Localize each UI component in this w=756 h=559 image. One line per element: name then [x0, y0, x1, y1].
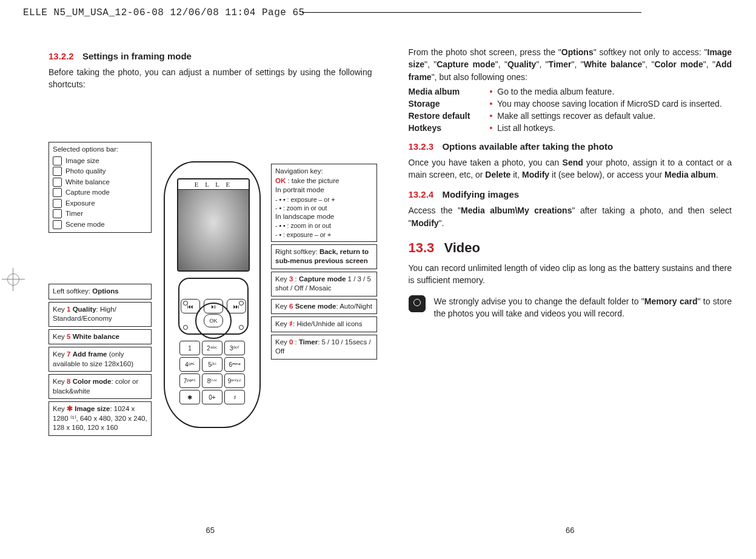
definition-list: Media album• Go to the media album featu… [409, 87, 732, 133]
callout-right-softkey: Right softkey: Back, return to sub-menus… [271, 244, 377, 269]
definition-term: Storage [409, 99, 481, 109]
option-icon [53, 167, 62, 176]
phone-preview-image [178, 190, 249, 270]
keypad-key: ✱ [179, 390, 200, 404]
phone-brand: E L L E [178, 179, 249, 190]
callouts-left-keys: Left softkey: Options Key 1 Quality: Hig… [49, 284, 152, 438]
nav-header: Navigation key: [275, 167, 373, 176]
options-bar-item: Exposure [53, 198, 147, 209]
callout-key-3: Key 3 : Capture mode 1 / 3 / 5 shot / Of… [271, 272, 377, 296]
section-number: 13.2.4 [409, 189, 434, 199]
callout-nav-key: Navigation key: OK : take the picture In… [271, 164, 377, 242]
spread: 13.2.2 Settings in framing mode Before t… [49, 42, 732, 535]
keypad-key: 3ᵈᵉᶠ [224, 341, 245, 355]
key-rest: : Auto/Night [336, 303, 372, 310]
label: Right softkey: [275, 248, 319, 255]
softkey-dot-icon [239, 301, 244, 306]
callouts-right: Navigation key: OK : take the picture In… [271, 164, 377, 362]
section-number: 13.2.2 [49, 51, 74, 61]
keypad-key: 0+ [202, 390, 222, 404]
keypad-key: 4ᵍʰⁱ [179, 357, 200, 372]
callout-key-star: Key ✱ Image size: 1024 x 1280 ⁽¹⁾, 640 x… [49, 401, 152, 436]
key-bold: Add frame [73, 350, 107, 358]
para-after-photo: Once you have taken a photo, you can Sen… [409, 156, 732, 181]
option-icon [53, 199, 62, 208]
print-header-rule [302, 12, 641, 13]
callout-key-8: Key 8 Color mode: color or black&white [49, 374, 152, 399]
phone-screen: E L L E [177, 178, 250, 272]
value: Options [92, 287, 118, 295]
callout-left-softkey: Left softkey: Options [49, 284, 152, 300]
callout-key-6: Key 6 Scene mode: Auto/Night [271, 299, 377, 315]
nav-landscape-1: - • • : zoom in or out [275, 221, 373, 230]
key-glyph: 8 [67, 378, 70, 385]
definition-row: Storage• You may choose saving location … [409, 99, 732, 109]
options-bar-list: Image sizePhoto qualityWhite balanceCapt… [53, 156, 147, 230]
bullet-icon: • [490, 111, 493, 121]
key-glyph: 7 [67, 350, 70, 358]
option-icon [53, 209, 62, 218]
keypad-key: 2ᵃᵇᶜ [202, 341, 222, 355]
bullet-icon: • [490, 123, 493, 133]
phone-illustration: E L L E ⏮ ⏯ ⏭ OK 12ᵃᵇᶜ3ᵈᵉᶠ4ᵍʰⁱ5ʲᵏˡ6ᵐⁿᵒ7ᵖ… [164, 161, 261, 428]
heading-13-2-4: 13.2.4 Modifying images [409, 189, 732, 199]
definition-desc: • Make all settings recover as default v… [490, 111, 732, 121]
key-glyph: ✱ [67, 405, 73, 412]
bullet-icon: • [490, 87, 493, 96]
callout-key-5: Key 5 White balance [49, 329, 152, 345]
option-icon [53, 178, 62, 187]
softkey-dot-icon [239, 325, 244, 330]
key-glyph: 5 [67, 333, 70, 340]
bullet-icon: • [490, 99, 493, 109]
label: Left softkey: [53, 287, 92, 295]
definition-row: Hotkeys• List all hotkeys. [409, 123, 732, 133]
option-label: White balance [65, 178, 110, 187]
nav-portrait-hdr: In portrait mode [275, 186, 373, 195]
nav-portrait-1: - • • : exposure – or + [275, 195, 373, 204]
keypad-key: ♯ [224, 390, 245, 404]
section-title: Modifying images [442, 189, 519, 199]
options-bar-item: Image size [53, 156, 147, 167]
definition-row: Media album• Go to the media album featu… [409, 87, 732, 96]
nav-landscape-hdr: In landscape mode [275, 212, 373, 222]
heading-13-2-2: 13.2.2 Settings in framing mode [49, 51, 372, 61]
tip-block: We strongly advise you to change the def… [409, 295, 732, 320]
heading-13-3: 13.3 Video [409, 240, 732, 256]
key-glyph: 0 [289, 338, 293, 346]
key-bold: Quality [73, 306, 96, 313]
softkey-dot-icon [183, 325, 188, 330]
key-bold: Image size [75, 405, 110, 412]
key-bold: Timer [299, 338, 318, 346]
options-bar-item: Capture mode [53, 187, 147, 198]
callout-options-bar: Selected options bar: Image sizePhoto qu… [49, 142, 152, 233]
key-bold: Color mode [73, 378, 112, 385]
nav-ring: OK [195, 303, 232, 339]
nav-ok-rest: : take the picture [286, 177, 339, 184]
option-label: Photo quality [65, 167, 106, 176]
print-header-text: ELLE N5_UM_USA_12-06-08 12/06/08 11:04 P… [23, 7, 305, 18]
intro-text: Before taking the photo, you can adjust … [49, 66, 372, 91]
option-label: Image size [65, 156, 99, 166]
key-glyph: 3 [289, 275, 293, 283]
keypad-key: 6ᵐⁿᵒ [224, 357, 245, 372]
key-glyph: 1 [67, 306, 70, 313]
option-label: Capture mode [65, 188, 110, 198]
definition-desc: • You may choose saving location if Micr… [490, 99, 732, 109]
section-title: Video [444, 240, 480, 255]
definition-term: Restore default [409, 111, 481, 121]
keypad-key: 9ʷˣʸᶻ [224, 373, 245, 388]
definition-desc: • Go to the media album feature. [490, 87, 732, 96]
keypad-key: 7ᵖᵠʳˢ [179, 373, 200, 388]
definition-row: Restore default• Make all settings recov… [409, 111, 732, 121]
phone-nav-cluster: ⏮ ⏯ ⏭ OK [178, 278, 249, 335]
definition-term: Media album [409, 87, 481, 96]
page: ELLE N5_UM_USA_12-06-08 12/06/08 11:04 P… [0, 0, 756, 559]
definition-term: Hotkeys [409, 123, 481, 133]
options-bar-item: Photo quality [53, 166, 147, 177]
print-header: ELLE N5_UM_USA_12-06-08 12/06/08 11:04 P… [23, 7, 305, 18]
ok-button: OK [204, 314, 223, 327]
phone-keypad: 12ᵃᵇᶜ3ᵈᵉᶠ4ᵍʰⁱ5ʲᵏˡ6ᵐⁿᵒ7ᵖᵠʳˢ8ᵗᵘᵛ9ʷˣʸᶻ✱0+♯ [179, 341, 245, 404]
tip-text: We strongly advise you to change the def… [434, 295, 732, 320]
tip-lightbulb-icon [409, 295, 426, 312]
callout-key-7: Key 7 Add frame (only available to size … [49, 347, 152, 372]
